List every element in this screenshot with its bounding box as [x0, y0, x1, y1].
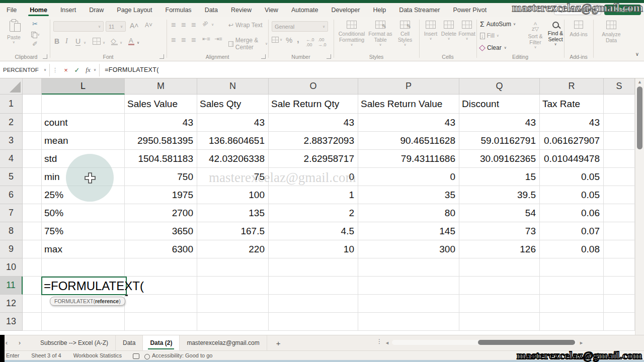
borders-button[interactable]	[93, 38, 101, 45]
cell[interactable]: 0.08	[540, 240, 604, 258]
cell[interactable]	[540, 295, 604, 313]
menu-tab-file[interactable]: File	[0, 3, 23, 17]
cell[interactable]: Sale Return Qty	[269, 95, 358, 114]
menu-tab-data[interactable]: Data	[198, 3, 224, 17]
cell[interactable]: 2700	[125, 204, 197, 222]
cell[interactable]	[125, 258, 197, 277]
cell[interactable]: 59.01162791	[459, 132, 540, 150]
cell[interactable]	[42, 313, 125, 331]
cell[interactable]	[23, 258, 42, 277]
column-header-Q[interactable]: Q	[459, 78, 540, 95]
cell[interactable]	[197, 295, 269, 313]
enter-button[interactable]: ✓	[71, 66, 83, 74]
cell[interactable]	[23, 313, 42, 331]
accessibility-status[interactable]: Accessibility: Good to go	[152, 352, 212, 358]
cell[interactable]: 43	[197, 114, 269, 132]
cell[interactable]	[604, 186, 635, 204]
cell[interactable]: 4.5	[269, 222, 358, 240]
formula-input[interactable]: =FORMULATEXT(	[105, 66, 159, 73]
sheet-tab[interactable]: masterexcelaz@gmail.com	[180, 335, 267, 350]
cell[interactable]: 80	[358, 204, 459, 222]
fill-handle[interactable]	[125, 295, 128, 296]
name-box[interactable]: PERCENTOF ∨	[0, 64, 49, 76]
select-all-button[interactable]	[0, 78, 23, 95]
fill-button[interactable]: ↓Fill∨	[480, 32, 499, 39]
sort-filter-button[interactable]: AZ▽ Sort & Filter∨	[525, 22, 545, 49]
cell[interactable]: 43	[125, 114, 197, 132]
align-middle-button[interactable]: ≡	[181, 21, 186, 30]
row-header-3[interactable]: 3	[0, 132, 23, 150]
format-cells-button[interactable]: Format∨	[458, 21, 476, 41]
find-select-button[interactable]: Find & Select∨	[545, 22, 566, 46]
decrease-decimal-button[interactable]: .00→.0	[318, 37, 327, 47]
cell[interactable]	[604, 132, 635, 150]
more-options-icon[interactable]: ⋮	[50, 67, 60, 73]
cell[interactable]: 42.03206338	[197, 150, 269, 168]
cell[interactable]: Sales Value	[125, 95, 197, 114]
display-settings-icon[interactable]	[133, 353, 139, 359]
cell[interactable]	[23, 186, 42, 204]
cell[interactable]	[358, 295, 459, 313]
menu-tab-draw[interactable]: Draw	[83, 3, 110, 17]
cell[interactable]: 73	[459, 222, 540, 240]
cell[interactable]	[540, 313, 604, 331]
cell[interactable]: 135	[197, 204, 269, 222]
cell[interactable]	[23, 295, 42, 313]
menu-tab-developer[interactable]: Developer	[325, 3, 366, 17]
cell[interactable]: 50%	[42, 204, 125, 222]
addins-button[interactable]: Add-ins	[567, 21, 591, 37]
cell[interactable]: 6300	[125, 240, 197, 258]
scroll-up-icon[interactable]: ▲	[637, 79, 642, 84]
cell[interactable]: 79.43111686	[358, 150, 459, 168]
menu-tab-page-layout[interactable]: Page Layout	[110, 3, 158, 17]
row-header-1[interactable]: 1	[0, 95, 23, 114]
alignment-dialog-launcher[interactable]	[261, 54, 266, 59]
collapse-ribbon-button[interactable]: ∨	[635, 51, 639, 57]
format-painter-button[interactable]: ✐	[32, 41, 38, 47]
increase-decimal-button[interactable]: ←.0.00	[306, 37, 314, 47]
cell[interactable]: 30.09162365	[459, 150, 540, 168]
cut-button[interactable]: ✂	[32, 21, 38, 27]
cell[interactable]: 750	[125, 168, 197, 186]
cell[interactable]: 43	[269, 114, 358, 132]
analyze-data-button[interactable]: Analyze Data	[598, 21, 625, 43]
cell[interactable]	[459, 295, 540, 313]
number-dialog-launcher[interactable]	[327, 54, 331, 59]
cell[interactable]	[42, 258, 125, 277]
autosum-button[interactable]: ΣAutoSum∨	[480, 20, 516, 28]
cell[interactable]	[197, 313, 269, 331]
wrap-text-button[interactable]: ↩Wrap Text	[228, 22, 263, 29]
cell[interactable]: 0.061627907	[540, 132, 604, 150]
cell[interactable]: 1975	[125, 186, 197, 204]
cell[interactable]	[23, 222, 42, 240]
scroll-right-icon[interactable]: ►	[579, 340, 584, 345]
cell[interactable]: 25%	[42, 186, 125, 204]
workbook-statistics-button[interactable]: Workbook Statistics	[67, 352, 128, 358]
cell[interactable]	[269, 277, 358, 295]
next-sheet-icon[interactable]: ›	[13, 339, 26, 346]
cell[interactable]	[358, 258, 459, 277]
copy-button[interactable]: ∨	[31, 31, 40, 38]
cell[interactable]	[604, 240, 635, 258]
cell[interactable]	[604, 114, 635, 132]
clear-button[interactable]: Clear∨	[480, 44, 507, 51]
row-header-7[interactable]: 7	[0, 204, 23, 222]
cell[interactable]	[604, 150, 635, 168]
cell[interactable]	[540, 277, 604, 295]
cell[interactable]: min	[42, 168, 125, 186]
cell[interactable]: count	[42, 114, 125, 132]
cell[interactable]: 100	[197, 186, 269, 204]
cell[interactable]: 90.46511628	[358, 132, 459, 150]
cell[interactable]	[604, 313, 635, 331]
sheet-tab[interactable]: Data (2)	[143, 335, 180, 350]
cell[interactable]	[604, 295, 635, 313]
row-header-6[interactable]: 6	[0, 186, 23, 204]
cell[interactable]: Tax Rate	[540, 95, 604, 114]
cell[interactable]	[604, 168, 635, 186]
cell[interactable]: 2.88372093	[269, 132, 358, 150]
cell[interactable]	[459, 277, 540, 295]
align-right-button[interactable]: ≡	[191, 36, 196, 45]
column-header-N[interactable]: N	[197, 78, 269, 95]
align-bottom-button[interactable]: ≡	[191, 21, 196, 30]
menu-tab-help[interactable]: Help	[366, 3, 392, 17]
